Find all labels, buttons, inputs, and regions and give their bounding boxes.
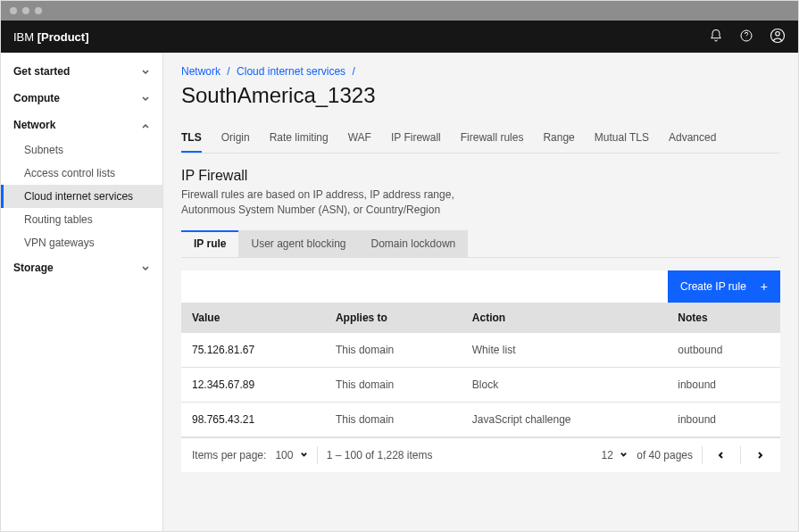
table-row[interactable]: 98.765.43.21 This domain JavaScript chal… [181, 402, 780, 436]
panel: Create IP rule + Value Applies to Action… [181, 270, 780, 472]
sidebar-item-cloud-internet-services[interactable]: Cloud internet services [1, 185, 162, 208]
col-value[interactable]: Value [181, 303, 325, 333]
notification-icon[interactable] [709, 29, 723, 46]
chevron-down-icon [141, 94, 150, 103]
subtab-ip-rule[interactable]: IP rule [181, 230, 238, 257]
topbar: IBM [Product] [1, 21, 798, 53]
tab-waf[interactable]: WAF [348, 124, 371, 153]
sidebar-item-routing-tables[interactable]: Routing tables [1, 208, 162, 231]
subtab-user-agent-blocking[interactable]: User agent blocking [238, 230, 358, 257]
cell-notes: inbound [667, 402, 780, 436]
svg-point-3 [776, 31, 780, 36]
breadcrumb-sep: / [227, 65, 229, 78]
cell-notes: outbound [667, 333, 780, 368]
svg-point-1 [746, 38, 747, 39]
page-title: SouthAmerica_1323 [181, 83, 780, 108]
tab-advanced[interactable]: Advanced [669, 124, 716, 153]
sidebar-section-label: Network [13, 119, 55, 131]
tab-firewall-rules[interactable]: Firewall rules [461, 124, 524, 153]
tabs: TLS Origin Rate limiting WAF IP Firewall… [181, 124, 780, 154]
pagination: Items per page: 100 1 – 100 of 1,228 ite… [181, 437, 780, 472]
table-row[interactable]: 12.345.67.89 This domain Block inbound [181, 367, 780, 402]
create-button-label: Create IP rule [680, 280, 746, 293]
prev-page-button[interactable] [712, 445, 731, 465]
help-icon[interactable] [739, 29, 753, 46]
section-title: IP Firewall [181, 168, 780, 184]
chevron-down-icon [300, 449, 308, 461]
chevron-up-icon [141, 121, 150, 129]
sidebar-item-vpn-gateways[interactable]: VPN gateways [1, 231, 162, 254]
sidebar-item-acl[interactable]: Access control lists [1, 162, 162, 185]
sidebar-section-compute[interactable]: Compute [1, 85, 162, 112]
next-page-button[interactable] [750, 445, 770, 465]
breadcrumb-item[interactable]: Network [181, 65, 221, 78]
window-titlebar [1, 1, 798, 21]
sidebar: Get started Compute Network Subnets Acce… [1, 53, 163, 531]
sidebar-section-network[interactable]: Network [1, 112, 162, 138]
chevron-down-icon [620, 449, 628, 461]
items-per-page-label: Items per page: [192, 449, 266, 461]
subtabs: IP rule User agent blocking Domain lockd… [181, 230, 780, 258]
chevron-left-icon [717, 451, 726, 460]
subtab-domain-lockdown[interactable]: Domain lockdown [359, 230, 469, 257]
col-action[interactable]: Action [462, 303, 667, 333]
window-dot[interactable] [22, 7, 29, 14]
items-per-page-value: 100 [275, 449, 293, 461]
rules-table: Value Applies to Action Notes 75.126.81.… [181, 303, 780, 437]
sidebar-section-get-started[interactable]: Get started [1, 58, 162, 85]
cell-notes: inbound [667, 367, 780, 402]
cell-value: 12.345.67.89 [181, 367, 325, 402]
plus-icon: + [761, 279, 768, 294]
total-pages: of 40 pages [637, 449, 693, 461]
breadcrumb-item[interactable]: Cloud internet services [237, 65, 345, 78]
chevron-down-icon [141, 263, 150, 272]
sidebar-section-label: Storage [13, 262, 54, 274]
divider [702, 446, 703, 464]
current-page: 12 [602, 449, 613, 461]
table-row[interactable]: 75.126.81.67 This domain White list outb… [181, 333, 780, 368]
cell-applies: This domain [325, 367, 462, 402]
page-select[interactable]: 12 [602, 449, 628, 461]
create-ip-rule-button[interactable]: Create IP rule + [668, 270, 780, 303]
tab-tls[interactable]: TLS [181, 124, 202, 153]
brand: IBM [Product] [13, 30, 89, 44]
sidebar-section-label: Get started [13, 65, 70, 78]
col-applies-to[interactable]: Applies to [325, 303, 462, 333]
range-text: 1 – 100 of 1,228 items [327, 449, 433, 461]
window-dot[interactable] [35, 7, 42, 14]
breadcrumb-sep: / [352, 65, 354, 78]
window: IBM [Product] Get started Compute [0, 0, 799, 532]
cell-value: 75.126.81.67 [181, 333, 325, 368]
col-notes[interactable]: Notes [667, 303, 780, 333]
cell-applies: This domain [325, 333, 462, 368]
cell-action: White list [462, 333, 667, 368]
user-icon[interactable] [770, 28, 786, 46]
sidebar-item-subnets[interactable]: Subnets [1, 138, 162, 162]
sidebar-section-label: Compute [13, 92, 60, 104]
section-description: Firewall rules are based on IP address, … [181, 187, 467, 218]
cell-applies: This domain [325, 402, 462, 436]
chevron-right-icon [755, 451, 764, 460]
tab-origin[interactable]: Origin [221, 124, 250, 153]
tab-ip-firewall[interactable]: IP Firewall [391, 124, 441, 153]
items-per-page-select[interactable]: 100 [275, 449, 307, 461]
cell-action: JavaScript challenge [462, 402, 667, 436]
breadcrumb: Network / Cloud internet services / [181, 65, 780, 78]
brand-prefix: IBM [13, 30, 37, 44]
chevron-down-icon [141, 67, 150, 76]
sidebar-section-storage[interactable]: Storage [1, 254, 162, 281]
window-dot[interactable] [10, 7, 17, 14]
brand-product: [Product] [37, 30, 89, 44]
tab-rate-limiting[interactable]: Rate limiting [270, 124, 329, 153]
cell-action: Block [462, 367, 667, 402]
divider [740, 446, 741, 464]
tab-range[interactable]: Range [543, 124, 574, 153]
divider [317, 446, 318, 464]
main-content: Network / Cloud internet services / Sout… [163, 53, 798, 531]
cell-value: 98.765.43.21 [181, 402, 325, 436]
tab-mutual-tls[interactable]: Mutual TLS [595, 124, 649, 153]
